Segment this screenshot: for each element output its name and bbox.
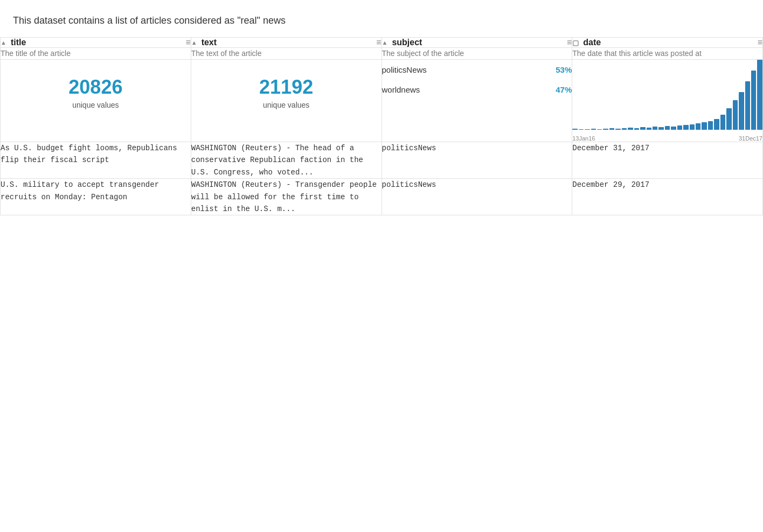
chart-bar [690, 124, 695, 130]
text-unique-label: unique values [263, 101, 309, 109]
subject-row-1: worldnews 47% [382, 80, 572, 100]
chart-bar [671, 127, 676, 130]
title-description: The title of the article [1, 48, 191, 60]
chart-label-end: 31Dec17 [739, 135, 762, 142]
chart-label-start: 13Jan16 [572, 135, 595, 142]
header-date: ▢ date ≡ [572, 38, 763, 48]
chart-bar [745, 81, 750, 130]
subject-column-label: subject [392, 38, 422, 47]
chart-bar [640, 127, 645, 130]
bar-chart [572, 60, 762, 130]
chart-bar [628, 128, 633, 130]
chart-bar [653, 127, 657, 130]
chart-bar [720, 115, 725, 130]
chart-bar [591, 129, 596, 130]
text-unique-count: 21192 [259, 76, 313, 99]
chart-bar [683, 125, 688, 130]
row1-subject: politicsNews [382, 142, 572, 179]
subject-pct-1: 47% [556, 85, 572, 94]
row1-text: WASHINGTON (Reuters) - The head of a con… [191, 142, 382, 179]
table-row: As U.S. budget fight looms, Republicans … [1, 142, 763, 179]
text-stats: 21192 unique values [191, 60, 382, 142]
chart-bar [714, 119, 719, 130]
subject-stats: politicsNews 53% worldnews 47% [382, 60, 572, 142]
chart-bar [708, 121, 713, 130]
chart-bar [603, 129, 608, 130]
title-unique-label: unique values [72, 101, 119, 109]
chart-bar [733, 100, 738, 130]
header-subject: ▲ subject ≡ [382, 38, 572, 48]
subject-pct-0: 53% [556, 65, 572, 74]
stats-row: 20826 unique values 21192 unique values … [1, 60, 763, 142]
chart-bar [677, 125, 682, 130]
header-row: ▲ title ≡ ▲ text ≡ [1, 38, 763, 48]
text-column-label: text [202, 38, 217, 47]
date-chart-cell: 13Jan16 31Dec17 [572, 60, 763, 142]
title-column-label: title [11, 38, 26, 47]
text-description: The text of the article [191, 48, 382, 60]
page-wrapper: This dataset contains a list of articles… [0, 0, 763, 532]
date-chart-container: 13Jan16 31Dec17 [572, 60, 762, 142]
chart-bar [579, 129, 584, 130]
dataset-description: This dataset contains a list of articles… [0, 0, 763, 37]
description-row: The title of the article The text of the… [1, 48, 763, 60]
chart-bar [622, 128, 627, 130]
title-unique-container: 20826 unique values [1, 60, 191, 125]
title-stats: 20826 unique values [1, 60, 191, 142]
text-type-icon: ▲ [191, 39, 197, 46]
chart-bar [751, 71, 756, 130]
chart-bar [665, 126, 670, 130]
row2-title: U.S. military to accept transgender recr… [1, 179, 191, 215]
header-title: ▲ title ≡ [1, 38, 191, 48]
chart-bar [609, 128, 614, 130]
chart-bar [585, 129, 589, 130]
subject-type-icon: ▲ [382, 39, 388, 46]
data-table: ▲ title ≡ ▲ text ≡ [0, 37, 763, 215]
chart-labels: 13Jan16 31Dec17 [572, 135, 762, 142]
subject-name-1: worldnews [382, 85, 420, 94]
row1-date: December 31, 2017 [572, 142, 763, 179]
chart-bar [739, 92, 744, 130]
row2-subject: politicsNews [382, 179, 572, 215]
chart-bar [658, 127, 663, 130]
text-sort-icon[interactable]: ≡ [376, 38, 381, 47]
row1-title: As U.S. budget fight looms, Republicans … [1, 142, 191, 179]
title-unique-count: 20826 [68, 76, 122, 99]
subject-description: The subject of the article [382, 48, 572, 60]
header-text: ▲ text ≡ [191, 38, 382, 48]
chart-bar [696, 123, 700, 130]
date-description: The date that this article was posted at [572, 48, 763, 60]
title-sort-icon[interactable]: ≡ [185, 38, 190, 47]
subject-name-0: politicsNews [382, 65, 427, 74]
chart-bar [757, 60, 762, 130]
date-sort-icon[interactable]: ≡ [758, 38, 762, 47]
title-type-icon: ▲ [1, 39, 6, 46]
chart-bar [726, 108, 731, 130]
chart-bar [572, 129, 577, 130]
chart-bar [702, 122, 706, 130]
chart-bar [615, 129, 620, 130]
date-column-label: date [583, 38, 601, 47]
row2-text: WASHINGTON (Reuters) - Transgender peopl… [191, 179, 382, 215]
text-unique-container: 21192 unique values [191, 60, 382, 125]
table-row: U.S. military to accept transgender recr… [1, 179, 763, 215]
chart-bar [647, 128, 651, 130]
subject-row-0: politicsNews 53% [382, 60, 572, 80]
chart-bar [634, 128, 639, 130]
row2-date: December 29, 2017 [572, 179, 763, 215]
subject-sort-icon[interactable]: ≡ [567, 38, 572, 47]
date-type-icon: ▢ [572, 39, 579, 47]
chart-bar [597, 129, 602, 130]
